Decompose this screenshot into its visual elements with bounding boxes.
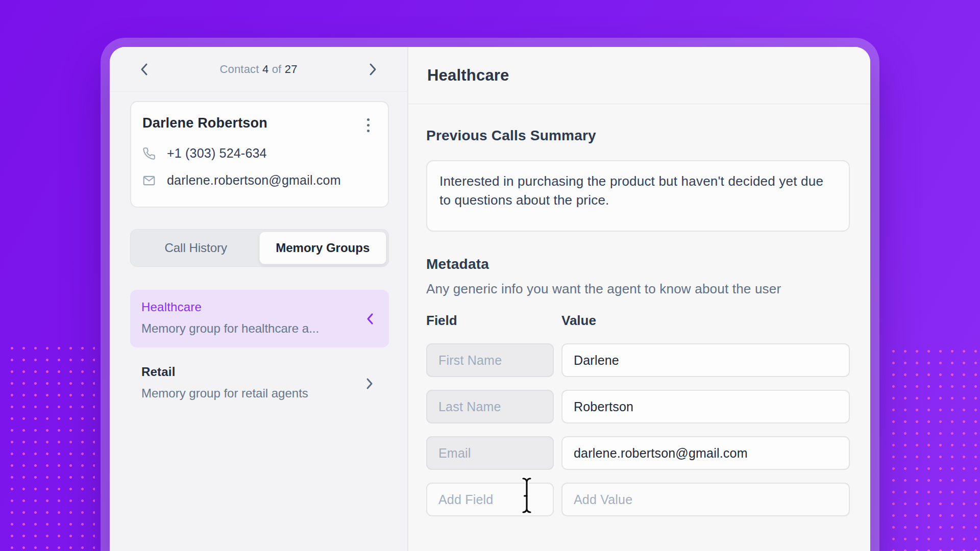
tab-call-history[interactable]: Call History [133,232,259,264]
expand-chevron-right-icon[interactable] [366,378,374,390]
memory-group-list: Healthcare Memory group for healthcare a… [130,290,389,412]
field-input-email[interactable] [426,436,554,470]
pager-prefix: Contact [219,63,259,76]
memory-group-description: Memory group for healthcare a... [141,320,358,337]
purple-background: Contact 4 of 27 Darlene Robertson [0,0,980,551]
metadata-subtitle: Any generic info you want the agent to k… [426,281,850,297]
decor-dot-grid-right [888,345,980,551]
add-field-input[interactable] [426,483,554,516]
chevron-left-icon [139,63,149,76]
group-detail-panel: Healthcare Previous Calls Summary Intere… [408,47,870,551]
summary-heading: Previous Calls Summary [426,128,850,144]
memory-group-retail[interactable]: Retail Memory group for retail agents [130,355,389,412]
tab-memory-groups[interactable]: Memory Groups [259,232,387,264]
value-input-email[interactable] [561,436,850,470]
contact-phone: +1 (303) 524-634 [167,146,267,161]
memory-group-description: Memory group for retail agents [141,385,358,402]
value-input-first-name[interactable] [561,343,850,377]
contact-phone-row: +1 (303) 524-634 [142,146,375,161]
contact-card: Darlene Robertson +1 (303) 524-634 [130,101,389,208]
contact-sidebar: Contact 4 of 27 Darlene Robertson [110,47,408,551]
app-window: Contact 4 of 27 Darlene Robertson [110,47,870,551]
mail-icon [142,174,156,187]
contact-pager: Contact 4 of 27 [110,47,407,92]
field-input-last-name[interactable] [426,390,554,423]
sidebar-tabs: Call History Memory Groups [130,229,389,267]
summary-textarea[interactable]: Interested in purchasing the product but… [426,160,850,232]
add-value-input[interactable] [561,483,850,516]
value-input-last-name[interactable] [561,390,850,423]
metadata-heading: Metadata [426,256,850,272]
group-detail-header: Healthcare [408,47,870,104]
page-title: Healthcare [427,66,509,85]
next-contact-button[interactable] [367,63,379,76]
contact-email: darlene.robertson@gmail.com [167,173,341,188]
contact-pager-label: Contact 4 of 27 [150,63,367,76]
contact-email-row: darlene.robertson@gmail.com [142,173,375,188]
chevron-right-icon [369,63,378,76]
field-column-header: Field [426,313,554,329]
pager-separator: of [272,63,282,76]
summary-text: Interested in purchasing the product but… [439,172,836,210]
memory-group-healthcare[interactable]: Healthcare Memory group for healthcare a… [130,290,389,347]
memory-group-name: Retail [141,363,358,381]
contact-name: Darlene Robertson [142,115,361,131]
previous-contact-button[interactable] [138,63,150,76]
pager-total: 27 [285,63,298,76]
memory-group-name: Healthcare [141,298,358,316]
contact-menu-button[interactable] [361,116,375,134]
value-column-header: Value [561,313,850,329]
collapse-chevron-left-icon[interactable] [366,313,374,325]
phone-icon [142,147,156,160]
field-input-first-name[interactable] [426,343,554,377]
metadata-table: Field Value [426,313,850,516]
decor-dot-grid-left [6,342,95,551]
pager-current: 4 [262,63,268,76]
